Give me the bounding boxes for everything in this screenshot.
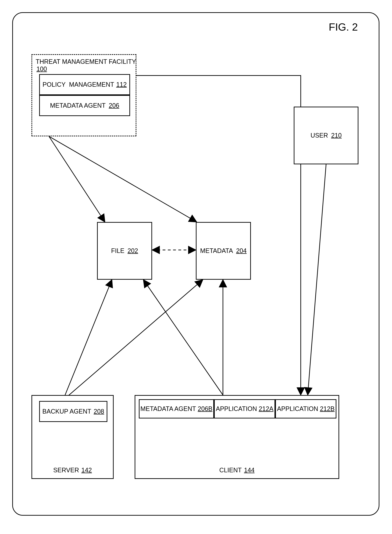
application-a-box: APPLICATION 212A (214, 399, 275, 418)
tmf-title: THREAT MANAGEMENT FACILITY (36, 58, 136, 65)
application-b-box: APPLICATION 212B (275, 399, 336, 418)
metadata-box: METADATA 204 (196, 222, 251, 280)
metadata-agent-tmf-box: METADATA AGENT 206 (39, 95, 130, 116)
policy-management-box: POLICY MANAGEMENT 112 (39, 74, 130, 95)
application-b-num: 212B (320, 405, 335, 413)
backup-agent-num: 208 (94, 408, 104, 415)
file-label: FILE (111, 247, 124, 255)
client-num: 144 (244, 467, 255, 474)
figure-label: FIG. 2 (329, 21, 358, 33)
application-a-label: APPLICATION (216, 405, 257, 413)
client-box: METADATA AGENT 206B APPLICATION 212A APP… (135, 395, 339, 479)
user-num: 210 (331, 132, 342, 139)
server-label: SERVER (53, 467, 79, 474)
metadata-agent-tmf-label: METADATA AGENT (50, 102, 106, 109)
backup-agent-box: BACKUP AGENT 208 (39, 401, 107, 422)
metadata-num: 204 (236, 247, 247, 255)
metadata-label: METADATA (200, 247, 233, 255)
client-metadata-agent-box: METADATA AGENT 206B (139, 399, 214, 418)
client-label: CLIENT (219, 467, 242, 474)
server-box: BACKUP AGENT 208 SERVER 142 (32, 395, 114, 479)
file-num: 202 (127, 247, 138, 255)
metadata-agent-tmf-num: 206 (109, 102, 119, 109)
threat-management-facility: THREAT MANAGEMENT FACILITY 100 POLICY MA… (32, 54, 136, 136)
application-a-num: 212A (259, 405, 273, 413)
policy-num: 112 (116, 81, 127, 88)
client-metadata-agent-num: 206B (198, 405, 212, 413)
file-box: FILE 202 (97, 222, 152, 280)
policy-label: POLICY MANAGEMENT (42, 81, 114, 88)
client-metadata-agent-label: METADATA AGENT (140, 405, 196, 413)
user-label: USER (311, 132, 328, 139)
user-box: USER 210 (294, 107, 359, 164)
server-num: 142 (81, 467, 92, 474)
diagram-page: FIG. 2 THREAT MANAGEMENT FACILITY 100 (0, 0, 392, 534)
application-b-label: APPLICATION (277, 405, 318, 413)
tmf-num: 100 (36, 65, 47, 73)
backup-agent-label: BACKUP AGENT (42, 408, 91, 415)
